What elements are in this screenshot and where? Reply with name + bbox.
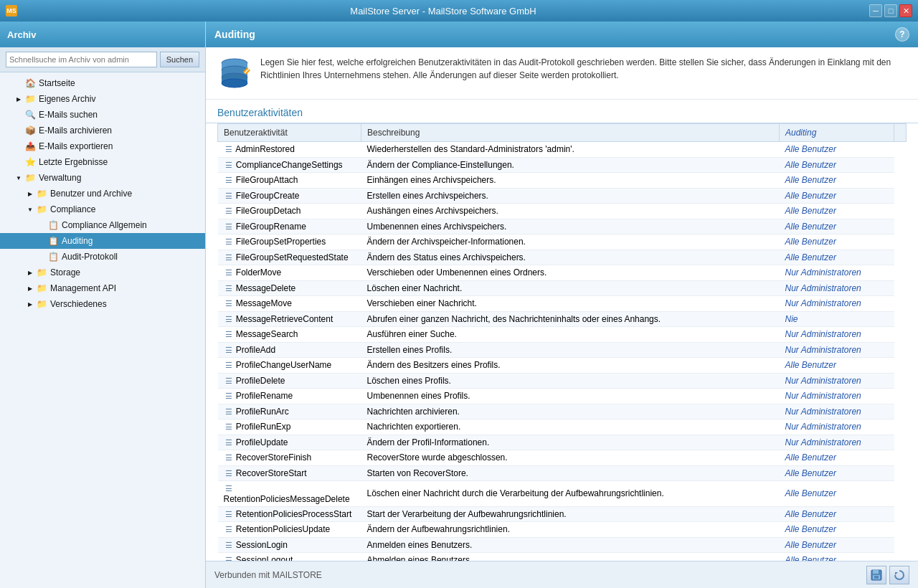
cell-audit[interactable]: Nur Administratoren — [780, 342, 894, 358]
refresh-button[interactable] — [889, 566, 909, 584]
help-button[interactable]: ? — [895, 27, 909, 42]
table-row[interactable]: ☰ ProfileDeleteLöschen eines Profils.Nur… — [218, 373, 907, 389]
table-row[interactable]: ☰ FileGroupSetPropertiesÄndern der Archi… — [218, 234, 907, 250]
cell-activity: ☰ RecoverStoreStart — [218, 465, 361, 481]
cell-audit[interactable]: Nur Administratoren — [780, 296, 894, 312]
cell-audit[interactable]: Alle Benutzer — [780, 537, 894, 553]
table-row[interactable]: ☰ RetentionPoliciesProcessStartStart der… — [218, 506, 907, 522]
sidebar-item-auditing[interactable]: 📋 Auditing — [0, 233, 205, 249]
sidebar-item-startseite[interactable]: 🏠 Startseite — [0, 75, 205, 91]
close-button[interactable]: ✕ — [899, 4, 912, 17]
sidebar-item-audit-protokoll[interactable]: 📋 Audit-Protokoll — [0, 249, 205, 265]
cell-audit[interactable]: Alle Benutzer — [780, 358, 894, 374]
search-button[interactable]: Suchen — [160, 52, 199, 67]
sidebar-item-benutzer-archive[interactable]: ▶ 📁 Benutzer und Archive — [0, 186, 205, 201]
sidebar-item-compliance[interactable]: ▼ 📁 Compliance — [0, 201, 205, 217]
cell-audit[interactable]: Nie — [780, 311, 894, 327]
sidebar-item-compliance-allgemein[interactable]: 📋 Compliance Allgemein — [0, 217, 205, 233]
cell-audit[interactable]: Alle Benutzer — [780, 450, 894, 466]
cell-audit[interactable]: Alle Benutzer — [780, 506, 894, 522]
svg-point-6 — [222, 79, 247, 87]
cell-activity: ☰ ProfileDelete — [218, 373, 361, 389]
cell-audit[interactable]: Alle Benutzer — [780, 522, 894, 538]
sidebar-item-emails-suchen[interactable]: 🔍 E-Mails suchen — [0, 107, 205, 123]
cell-audit[interactable]: Alle Benutzer — [780, 234, 894, 250]
table-row[interactable]: ☰ ProfileUpdateÄndern der Profil-Informa… — [218, 435, 907, 450]
row-icon: ☰ — [224, 376, 234, 386]
row-icon: ☰ — [224, 525, 234, 535]
folder-icon: 📁 — [36, 204, 47, 215]
table-row[interactable]: ☰ AdminRestoredWiederherstellen des Stan… — [218, 142, 907, 158]
table-row[interactable]: ☰ FileGroupCreateErstellen eines Archivs… — [218, 188, 907, 204]
table-container[interactable]: Benutzeraktivität Beschreibung Auditing … — [206, 123, 918, 561]
col-header-audit: Auditing — [780, 124, 894, 142]
row-icon: ☰ — [224, 422, 234, 432]
col-header-scroll — [894, 124, 907, 142]
minimize-button[interactable]: ─ — [869, 4, 882, 17]
table-row[interactable]: ☰ FileGroupDetachAushängen eines Archivs… — [218, 204, 907, 219]
cell-activity: ☰ RetentionPoliciesUpdate — [218, 522, 361, 538]
chevron-spacer — [14, 79, 23, 87]
cell-audit[interactable]: Nur Administratoren — [780, 373, 894, 389]
cell-audit[interactable]: Nur Administratoren — [780, 435, 894, 450]
info-text: Legen Sie hier fest, welche erfolgreiche… — [260, 56, 907, 82]
table-row[interactable]: ☰ MessageRetrieveContentAbrufen einer ga… — [218, 311, 907, 327]
cell-audit[interactable]: Alle Benutzer — [780, 157, 894, 173]
cell-audit[interactable]: Nur Administratoren — [780, 404, 894, 419]
sidebar-item-eigenes-archiv[interactable]: ▶ 📁 Eigenes Archiv — [0, 91, 205, 107]
sidebar-item-verschiedenes[interactable]: ▶ 📁 Verschiedenes — [0, 296, 205, 312]
table-row[interactable]: ☰ RecoverStoreFinishRecoverStore wurde a… — [218, 450, 907, 466]
table-row[interactable]: ☰ MessageSearchAusführen einer Suche.Nur… — [218, 327, 907, 343]
sidebar-item-management-api[interactable]: ▶ 📁 Management API — [0, 280, 205, 296]
table-row[interactable]: ☰ MessageMoveVerschieben einer Nachricht… — [218, 296, 907, 312]
cell-audit[interactable]: Alle Benutzer — [780, 173, 894, 189]
cell-activity: ☰ ProfileRename — [218, 389, 361, 404]
cell-audit[interactable]: Alle Benutzer — [780, 481, 894, 507]
cell-audit[interactable]: Alle Benutzer — [780, 204, 894, 219]
table-row[interactable]: ☰ SessionLogoutAbmelden eines Benutzers.… — [218, 553, 907, 561]
search-input[interactable] — [6, 52, 157, 67]
table-row[interactable]: ☰ RetentionPoliciesUpdateÄndern der Aufb… — [218, 522, 907, 538]
cell-audit[interactable]: Alle Benutzer — [780, 188, 894, 204]
sidebar-item-emails-archivieren[interactable]: 📦 E-Mails archivieren — [0, 123, 205, 138]
cell-audit[interactable]: Nur Administratoren — [780, 389, 894, 404]
cell-audit[interactable]: Alle Benutzer — [780, 219, 894, 234]
row-icon: ☰ — [224, 556, 234, 561]
restore-button[interactable]: □ — [884, 4, 897, 17]
table-row[interactable]: ☰ SessionLoginAnmelden eines Benutzers.A… — [218, 537, 907, 553]
cell-audit[interactable]: Nur Administratoren — [780, 280, 894, 296]
table-row[interactable]: ☰ RecoverStoreStartStarten von RecoverSt… — [218, 465, 907, 481]
sidebar-item-emails-exportieren[interactable]: 📤 E-Mails exportieren — [0, 138, 205, 154]
table-row[interactable]: ☰ FileGroupAttachEinhängen eines Archivs… — [218, 173, 907, 189]
table-row[interactable]: ☰ ProfileRunArcNachrichten archivieren.N… — [218, 404, 907, 419]
sidebar-item-storage[interactable]: ▶ 📁 Storage — [0, 265, 205, 280]
cell-activity: ☰ SessionLogout — [218, 553, 361, 561]
cell-audit[interactable]: Nur Administratoren — [780, 419, 894, 435]
row-icon: ☰ — [224, 283, 234, 293]
cell-activity: ☰ RetentionPoliciesProcessStart — [218, 506, 361, 522]
sidebar-item-verwaltung[interactable]: ▼ 📁 Verwaltung — [0, 170, 205, 186]
table-row[interactable]: ☰ ComplianceChangeSettingsÄndern der Com… — [218, 157, 907, 173]
table-row[interactable]: ☰ ProfileRenameUmbenennen eines Profils.… — [218, 389, 907, 404]
sidebar-item-letzte-ergebnisse[interactable]: ⭐ Letzte Ergebnisse — [0, 154, 205, 170]
table-row[interactable]: ☰ ProfileChangeUserNameÄndern des Besitz… — [218, 358, 907, 374]
table-row[interactable]: ☰ MessageDeleteLöschen einer Nachricht.N… — [218, 280, 907, 296]
table-row[interactable]: ☰ RetentionPoliciesMessageDeleteLöschen … — [218, 481, 907, 507]
content-header: Auditing ? — [206, 22, 918, 47]
refresh-icon — [894, 569, 905, 581]
cell-audit[interactable]: Alle Benutzer — [780, 250, 894, 265]
bottom-buttons — [866, 566, 909, 584]
table-row[interactable]: ☰ FileGroupRenameUmbenennen eines Archiv… — [218, 219, 907, 234]
save-button[interactable] — [866, 566, 886, 584]
table-row[interactable]: ☰ FolderMoveVerschieben oder Umbenennen … — [218, 265, 907, 281]
cell-audit[interactable]: Alle Benutzer — [780, 553, 894, 561]
table-row[interactable]: ☰ ProfileRunExpNachrichten exportieren.N… — [218, 419, 907, 435]
cell-audit[interactable]: Nur Administratoren — [780, 265, 894, 281]
table-row[interactable]: ☰ FileGroupSetRequestedStateÄndern des S… — [218, 250, 907, 265]
cell-audit[interactable]: Nur Administratoren — [780, 327, 894, 343]
table-row[interactable]: ☰ ProfileAddErstellen eines Profils.Nur … — [218, 342, 907, 358]
chevron-right-icon: ▶ — [26, 284, 34, 293]
row-icon: ☰ — [224, 160, 234, 170]
cell-audit[interactable]: Alle Benutzer — [780, 465, 894, 481]
cell-audit[interactable]: Alle Benutzer — [780, 142, 894, 158]
